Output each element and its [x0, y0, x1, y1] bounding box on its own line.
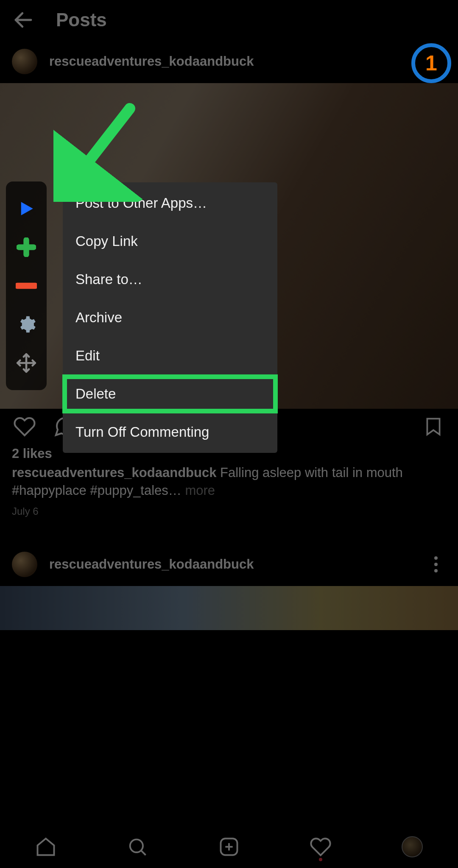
like-button[interactable] — [12, 414, 37, 439]
bookmark-icon — [423, 415, 444, 438]
arrow-left-icon — [12, 8, 35, 31]
tool-move[interactable] — [14, 351, 39, 375]
move-icon — [16, 352, 37, 374]
svg-point-5 — [434, 563, 438, 566]
nav-activity[interactable] — [308, 834, 333, 860]
nav-search[interactable] — [125, 834, 150, 860]
home-icon — [35, 836, 57, 858]
search-icon — [126, 836, 148, 858]
notification-dot — [319, 858, 322, 861]
play-icon — [17, 200, 35, 218]
svg-point-4 — [434, 556, 438, 560]
back-button[interactable] — [10, 7, 36, 33]
annotation-toolbar — [6, 181, 47, 390]
bookmark-button[interactable] — [421, 414, 446, 439]
avatar[interactable] — [12, 552, 37, 577]
tool-play[interactable] — [14, 196, 39, 221]
svg-marker-12 — [21, 202, 33, 215]
nav-create[interactable] — [216, 834, 242, 860]
nav-profile[interactable] — [399, 834, 425, 860]
step-badge: 1 — [411, 43, 451, 83]
menu-edit[interactable]: Edit — [63, 337, 277, 375]
post-username-2[interactable]: rescueadventures_kodaandbuck — [49, 557, 254, 572]
heart-icon — [310, 836, 332, 858]
post-date: July 6 — [0, 500, 458, 517]
menu-turn-off-commenting[interactable]: Turn Off Commenting — [63, 413, 277, 451]
svg-point-7 — [130, 840, 143, 852]
post-caption: rescueadventures_kodaandbuck Falling asl… — [0, 461, 458, 500]
menu-delete[interactable]: Delete — [63, 375, 277, 413]
menu-share-to[interactable]: Share to… — [63, 260, 277, 299]
post-header-2: rescueadventures_kodaandbuck — [0, 543, 458, 586]
caption-more[interactable]: more — [185, 483, 215, 498]
page-title: Posts — [56, 9, 107, 31]
gear-icon — [17, 315, 36, 334]
nav-home[interactable] — [33, 834, 59, 860]
tool-add[interactable] — [14, 235, 39, 260]
tool-settings[interactable] — [14, 312, 39, 337]
plus-icon — [17, 237, 36, 257]
menu-copy-link[interactable]: Copy Link — [63, 222, 277, 260]
context-menu: Post to Other Apps… Copy Link Share to… … — [63, 182, 277, 453]
plus-square-icon — [218, 836, 240, 858]
menu-archive[interactable]: Archive — [63, 299, 277, 337]
svg-line-8 — [141, 851, 145, 855]
svg-point-6 — [434, 569, 438, 572]
minus-icon — [16, 282, 37, 290]
menu-post-other-apps[interactable]: Post to Other Apps… — [63, 184, 277, 222]
more-vertical-icon — [434, 556, 438, 573]
more-options-button-2[interactable] — [426, 554, 446, 575]
header: Posts — [0, 0, 458, 40]
post-image-2[interactable] — [0, 586, 458, 630]
post-username[interactable]: rescueadventures_kodaandbuck — [49, 54, 254, 69]
tool-remove[interactable] — [14, 274, 39, 298]
bottom-nav — [0, 826, 458, 868]
caption-username[interactable]: rescueadventures_kodaandbuck — [12, 465, 216, 480]
heart-icon — [13, 415, 36, 438]
post-header: rescueadventures_kodaandbuck — [0, 40, 458, 83]
avatar[interactable] — [12, 49, 37, 74]
profile-avatar-icon — [402, 836, 423, 857]
